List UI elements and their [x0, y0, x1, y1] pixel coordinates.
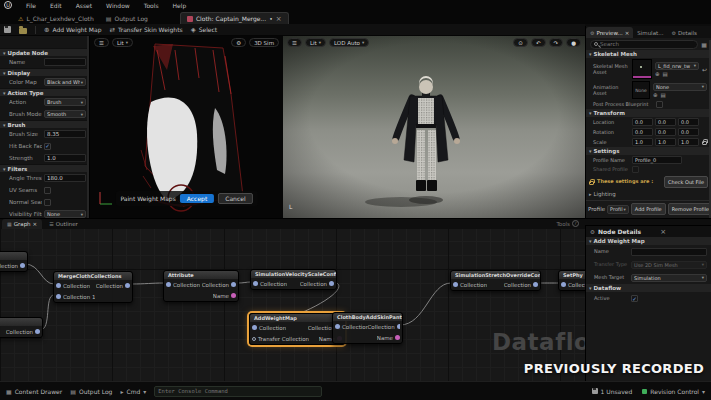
accept-button[interactable]: Accept — [180, 194, 214, 203]
console-input[interactable] — [154, 386, 322, 397]
node-pin[interactable] — [253, 281, 258, 286]
graph-node[interactable]: Collection — [0, 251, 28, 272]
close-icon[interactable]: × — [660, 228, 666, 236]
section-lighting[interactable]: ▸Lighting — [586, 190, 711, 198]
section-update-node[interactable]: ▾Update Node — [0, 48, 89, 56]
node-pin[interactable] — [56, 294, 61, 299]
close-icon[interactable]: × — [276, 15, 282, 23]
animation-asset-dropdown[interactable]: None▾ — [653, 83, 707, 91]
close-icon[interactable]: × — [33, 221, 38, 227]
animation-thumbnail[interactable]: None — [632, 81, 650, 99]
cloth-paint-viewport[interactable]: ☰ Lit▾ ⚙ 3D Sim Paint Weight Maps Accept… — [90, 36, 283, 218]
location-x[interactable]: 0.0 — [632, 118, 653, 126]
menu-help[interactable]: Help — [173, 2, 187, 9]
location-z[interactable]: 0.0 — [678, 118, 699, 126]
use-selected-icon[interactable]: ⊕ — [655, 71, 660, 77]
tab-details[interactable]: ⚙ Details — [667, 27, 701, 38]
scale-z[interactable]: 1.0 — [678, 138, 699, 146]
mesh-thumbnail[interactable] — [632, 59, 652, 79]
rotation-x[interactable]: 0.0 — [632, 128, 653, 136]
strength-input[interactable]: 1.0 — [44, 154, 86, 162]
brush-mode-dropdown[interactable]: Smooth▾ — [44, 110, 86, 118]
normal-seams-checkbox[interactable] — [44, 199, 51, 206]
hit-back-faces-checkbox[interactable]: ✓ — [44, 143, 51, 150]
transfer-skin-weights-button[interactable]: ⇄ Transfer Skin Weights — [109, 26, 182, 34]
viewport-menu-button[interactable]: ☰ — [287, 38, 302, 47]
preview-scene-viewport[interactable]: ☰ Lit▾ LOD Auto▾ ⊙ ↶ ↷ ● L — [283, 36, 585, 218]
remove-profile-button[interactable]: Remove Profile — [668, 203, 711, 215]
node-pin[interactable] — [56, 283, 61, 288]
node-pin[interactable] — [252, 325, 257, 330]
section-dataflow[interactable]: ▾Dataflow — [586, 284, 711, 292]
section-action-type[interactable]: ▾Action Type — [0, 88, 89, 96]
rotation-z[interactable]: 0.0 — [678, 128, 699, 136]
menu-asset[interactable]: Asset — [76, 2, 92, 9]
unreal-logo-icon[interactable]: U — [4, 1, 12, 9]
angle-threshold-input[interactable]: 180.0 — [44, 174, 86, 182]
node-pin[interactable] — [395, 335, 400, 340]
viewport-menu-button[interactable]: ☰ — [94, 38, 109, 47]
node-pin[interactable] — [329, 281, 334, 286]
scale-y[interactable]: 1.0 — [655, 138, 676, 146]
menu-tools[interactable]: Tools — [144, 2, 159, 9]
content-drawer-button[interactable]: ▦ Content Drawer — [6, 388, 62, 395]
section-display[interactable]: ▾Display — [0, 68, 89, 76]
save-icon[interactable] — [4, 26, 11, 33]
node-pin[interactable] — [561, 282, 566, 287]
search-input[interactable] — [590, 40, 698, 49]
node-details-header[interactable]: ⚙ Node Details × — [586, 226, 711, 237]
profile-dropdown[interactable]: Profil▾ — [607, 205, 629, 214]
graph-node[interactable]: MergeClothCollectionsCollectionCollectio… — [53, 271, 133, 303]
redo-camera-button[interactable]: ↷ — [549, 38, 564, 47]
profile-name-input[interactable]: Profile_0 — [632, 156, 682, 164]
active-checkbox[interactable]: ✓ — [631, 295, 638, 302]
node-pin[interactable] — [453, 282, 458, 287]
reset-icon[interactable]: ↩ — [702, 66, 707, 73]
section-brush[interactable]: ▾Brush — [0, 120, 89, 128]
color-map-dropdown[interactable]: Black and White▾ — [44, 78, 86, 86]
section-skeletal-mesh[interactable]: ▾Skeletal Mesh — [586, 50, 711, 58]
tab-char-cloth[interactable]: ⚠ L_Char_Lexhdev_Cloth — [12, 12, 100, 24]
undo-camera-button[interactable]: ↶ — [531, 38, 546, 47]
cmd-dropdown[interactable]: ▸ Cmd ▾ — [120, 388, 146, 395]
view-mode-dropdown[interactable]: Lit▾ — [112, 38, 133, 47]
visibility-filter-dropdown[interactable]: None▾ — [44, 210, 86, 218]
section-transform[interactable]: ▾Transform — [586, 109, 711, 117]
uv-seams-checkbox[interactable] — [44, 187, 51, 194]
rotation-y[interactable]: 0.0 — [655, 128, 676, 136]
menu-edit[interactable]: Edit — [50, 2, 62, 9]
tab-cloth-editor[interactable]: Cloth: Captain_Merge... • × — [180, 12, 289, 24]
view-mode-dropdown[interactable]: Lit▾ — [305, 38, 326, 47]
section-filters[interactable]: ▾Filters — [0, 164, 89, 172]
node-pin[interactable] — [125, 283, 130, 288]
close-icon[interactable]: × — [625, 30, 630, 36]
tab-output-log[interactable]: ▤ Output Log — [100, 12, 154, 24]
tab-outliner[interactable]: ☰ Outliner — [44, 219, 83, 229]
tools-hint[interactable]: Tools ? — [556, 220, 579, 227]
menu-window[interactable]: Window — [106, 2, 130, 9]
graph-node[interactable]: ClothBodyAddSkinPantsCollectionCollectio… — [332, 312, 403, 344]
graph-node[interactable]: Collection — [0, 317, 43, 338]
menu-file[interactable]: File — [26, 2, 36, 9]
location-y[interactable]: 0.0 — [655, 118, 676, 126]
node-pin[interactable] — [231, 293, 236, 298]
unsaved-indicator[interactable]: 1 Unsaved — [592, 388, 633, 395]
add-profile-button[interactable]: Add Profile — [631, 203, 666, 215]
mesh-target-dropdown[interactable]: Simulation▾ — [631, 274, 707, 282]
node-pin[interactable] — [166, 282, 171, 287]
use-selected-icon[interactable]: ⊕ — [653, 92, 658, 98]
lock-icon[interactable] — [702, 141, 707, 145]
brush-size-input[interactable]: 8.35 — [44, 130, 86, 138]
select-button[interactable]: ◈ Select — [191, 26, 218, 34]
section-add-weight-map[interactable]: ▾Add Weight Map — [586, 237, 711, 245]
lod-dropdown[interactable]: LOD Auto▾ — [329, 38, 369, 47]
node-pin[interactable] — [533, 282, 538, 287]
browse-to-icon[interactable]: ▤ — [661, 92, 666, 98]
node-name-input[interactable] — [631, 248, 707, 256]
browse-to-icon[interactable]: ▤ — [663, 71, 668, 77]
cancel-button[interactable]: Cancel — [218, 193, 252, 204]
node-pin[interactable] — [20, 263, 25, 268]
browse-icon[interactable] — [19, 28, 27, 34]
section-settings[interactable]: ▾Settings — [586, 147, 711, 155]
action-dropdown[interactable]: Brush▾ — [44, 98, 86, 106]
